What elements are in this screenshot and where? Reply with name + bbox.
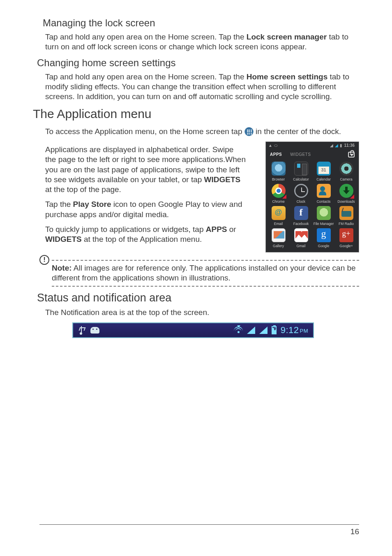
time-value: 9:12 bbox=[281, 325, 299, 335]
heading-status-notification-area: Status and notification area bbox=[37, 292, 359, 304]
phone-app-googleplus[interactable]: Google+ bbox=[335, 228, 357, 248]
phone-app-camera[interactable]: Camera bbox=[335, 162, 357, 181]
signal-icon bbox=[247, 327, 255, 334]
text: or bbox=[227, 225, 236, 234]
phone-app-google[interactable]: Google bbox=[313, 228, 334, 248]
signal-icon bbox=[259, 327, 267, 334]
page-footer: 16 bbox=[39, 524, 359, 536]
email-icon bbox=[272, 206, 286, 220]
text: All images are for reference only. The a… bbox=[52, 264, 356, 282]
chrome-icon bbox=[272, 184, 286, 198]
alert-icon: ! bbox=[39, 255, 49, 265]
phone-tab-apps[interactable]: APPS bbox=[270, 152, 282, 157]
browser-icon bbox=[272, 162, 286, 176]
paragraph-changing-home: Tap and hold any open area on the Home s… bbox=[45, 72, 357, 102]
usb-icon bbox=[78, 326, 85, 334]
app-label: Browser bbox=[272, 177, 285, 181]
calendar-icon bbox=[317, 162, 331, 176]
battery-charging-icon bbox=[272, 326, 277, 334]
text: Tap and hold any open area on the Home s… bbox=[45, 72, 247, 81]
app-label: Downloads bbox=[337, 199, 355, 204]
text: To access the Application menu, on the H… bbox=[45, 127, 244, 136]
downloads-icon bbox=[339, 184, 353, 198]
phone-app-filemgr[interactable]: File Manager bbox=[313, 206, 334, 226]
googleplus-icon bbox=[339, 228, 353, 242]
phone-app-calc[interactable]: Calculator bbox=[290, 162, 312, 181]
app-label: Chrome bbox=[272, 199, 284, 204]
app-label: Gallery bbox=[273, 244, 284, 248]
app-label: Facebook bbox=[293, 222, 309, 226]
text: in the center of the dock. bbox=[256, 127, 341, 136]
phone-app-fmradio[interactable]: FM Radio bbox=[335, 206, 357, 226]
heading-application-menu: The Application menu bbox=[33, 107, 359, 121]
phone-app-chrome[interactable]: Chrome bbox=[267, 184, 289, 204]
wifi-icon bbox=[234, 327, 243, 334]
heading-managing-lock-screen: Managing the lock screen bbox=[43, 17, 359, 29]
phone-app-downloads[interactable]: Downloads bbox=[335, 184, 357, 204]
battery-mini-icon: ▮ bbox=[340, 143, 342, 148]
bold-widgets-2: WIDGETS bbox=[45, 235, 82, 243]
fmradio-icon bbox=[339, 206, 353, 220]
phone-app-facebook[interactable]: Facebook bbox=[290, 206, 312, 226]
text: Tap and hold any open area on the Home s… bbox=[45, 32, 247, 41]
phone-app-gmail[interactable]: Gmail bbox=[290, 228, 312, 248]
clock-icon bbox=[294, 184, 308, 198]
page-number: 16 bbox=[39, 527, 359, 536]
app-label: Google bbox=[318, 244, 329, 248]
note-block: ! Note: All images are for reference onl… bbox=[39, 260, 359, 287]
bold-home-screen-settings: Home screen settings bbox=[247, 72, 327, 81]
app-label: Email bbox=[274, 222, 283, 226]
contacts-icon bbox=[317, 184, 331, 198]
app-label: Camera bbox=[340, 177, 352, 181]
phone-app-browser[interactable]: Browser bbox=[267, 162, 289, 181]
text: Tap the bbox=[45, 200, 73, 208]
app-label: Calculator bbox=[293, 177, 309, 181]
paragraph-play-store: Tap the Play Store icon to open Google P… bbox=[45, 199, 247, 220]
note-label: Note: bbox=[52, 264, 72, 272]
status-bar-illustration: 9:12PM bbox=[72, 322, 314, 338]
phone-app-email[interactable]: Email bbox=[267, 206, 289, 226]
bold-lock-screen-manager: Lock screen manager bbox=[247, 32, 327, 41]
app-label: File Manager bbox=[314, 222, 334, 226]
signal-mini-icon: ◢ bbox=[330, 143, 333, 148]
app-label: Clock bbox=[297, 199, 305, 204]
bold-play-store: Play Store bbox=[73, 200, 111, 208]
divider bbox=[52, 260, 359, 261]
app-label: Contacts bbox=[317, 199, 331, 204]
time-suffix: PM bbox=[300, 328, 309, 334]
note-text: Note: All images are for reference only.… bbox=[52, 263, 359, 286]
adb-mini-icon: ⬭ bbox=[274, 143, 278, 148]
app-label: Google+ bbox=[339, 244, 353, 248]
phone-app-contacts[interactable]: Contacts bbox=[313, 184, 334, 204]
calc-icon bbox=[294, 162, 308, 176]
signal-mini-icon: ◢ bbox=[335, 143, 338, 148]
divider bbox=[52, 286, 359, 287]
app-label: FM Radio bbox=[339, 222, 354, 226]
paragraph-app-access: To access the Application menu, on the H… bbox=[45, 127, 357, 137]
text: To quickly jump to applications or widge… bbox=[45, 225, 206, 234]
phone-app-grid: BrowserCalculatorCalendarCameraChromeClo… bbox=[266, 161, 359, 252]
facebook-icon bbox=[294, 206, 308, 220]
phone-screenshot: ▲⬭ ◢◢▮11:36 APPS WIDGETS BrowserCalculat… bbox=[265, 141, 359, 253]
gmail-icon bbox=[294, 228, 308, 242]
app-label: Calendar bbox=[316, 177, 331, 181]
phone-tab-widgets[interactable]: WIDGETS bbox=[290, 152, 311, 157]
bold-apps: APPS bbox=[206, 225, 227, 234]
camera-icon bbox=[339, 162, 353, 176]
phone-app-gallery[interactable]: Gallery bbox=[267, 228, 289, 248]
app-label: Gmail bbox=[296, 244, 305, 248]
gallery-icon bbox=[272, 228, 286, 242]
app-drawer-icon bbox=[244, 127, 254, 136]
bold-widgets: WIDGETS bbox=[204, 175, 241, 184]
heading-changing-home-settings: Changing home screen settings bbox=[37, 57, 359, 69]
paragraph-managing-lock: Tap and hold any open area on the Home s… bbox=[45, 32, 357, 52]
play-store-icon[interactable] bbox=[348, 152, 355, 158]
paragraph-status-area: The Notification area is at the top of t… bbox=[45, 308, 357, 317]
paragraph-app-alpha-order: Applications are displayed in alphabetic… bbox=[45, 145, 247, 195]
phone-app-calendar[interactable]: Calendar bbox=[313, 162, 334, 181]
phone-app-clock[interactable]: Clock bbox=[290, 184, 312, 204]
text: at the top of the page. bbox=[45, 185, 121, 194]
google-icon bbox=[317, 228, 331, 242]
status-bar-time: 9:12PM bbox=[281, 325, 308, 336]
paragraph-apps-widgets-jump: To quickly jump to applications or widge… bbox=[45, 225, 247, 245]
